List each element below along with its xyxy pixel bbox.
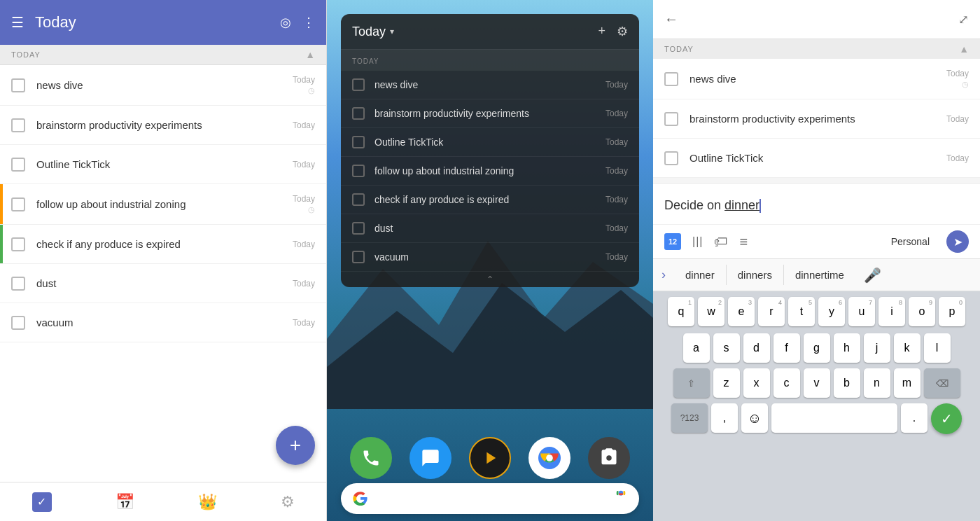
suggestion-dinners[interactable]: dinners	[727, 265, 784, 285]
task-checkbox[interactable]	[664, 151, 678, 165]
suggestion-dinnertime[interactable]: dinnertime	[784, 265, 855, 285]
focus-icon[interactable]: ◎	[280, 15, 291, 30]
key-g[interactable]: g	[804, 333, 830, 363]
back-icon[interactable]: ←	[664, 11, 678, 27]
send-button[interactable]: ➤	[946, 230, 969, 253]
widget-task-checkbox[interactable]	[352, 222, 365, 235]
task-checkbox[interactable]	[664, 72, 678, 86]
key-w[interactable]: 2w	[698, 297, 724, 326]
task-item[interactable]: Outline TickTick Today	[0, 145, 326, 184]
delete-key[interactable]: ⌫	[924, 368, 960, 398]
camera-dock-icon[interactable]	[588, 437, 630, 479]
widget-task-item[interactable]: brainstorm productivity experiments Toda…	[341, 99, 639, 128]
shift-key[interactable]: ⇧	[673, 368, 710, 398]
nav-calendar[interactable]: 📅	[110, 487, 140, 517]
priority-toolbar-icon[interactable]: |||	[692, 235, 703, 248]
key-f[interactable]: f	[774, 333, 800, 363]
key-c[interactable]: c	[774, 368, 800, 398]
task-item[interactable]: vacuum Today	[0, 303, 326, 342]
key-n[interactable]: n	[864, 368, 890, 398]
period-key[interactable]: .	[901, 403, 927, 433]
nav-stats[interactable]: 👑	[192, 487, 223, 517]
task-checkbox[interactable]	[11, 197, 25, 211]
suggestions-expand-icon[interactable]: ›	[653, 268, 674, 282]
widget-settings-icon[interactable]: ⚙	[617, 24, 628, 39]
key-t[interactable]: 5t	[788, 297, 815, 326]
task-checkbox[interactable]	[664, 112, 678, 126]
chevron-up-icon[interactable]: ▲	[959, 43, 969, 55]
done-key[interactable]: ✓	[931, 403, 962, 434]
num-switch-key[interactable]: ?123	[671, 403, 708, 433]
emoji-key[interactable]: ☺	[741, 403, 768, 433]
task-checkbox[interactable]	[11, 277, 25, 291]
key-s[interactable]: s	[713, 333, 740, 363]
plex-dock-icon[interactable]	[469, 437, 511, 479]
task-item[interactable]: Outline TickTick Today	[653, 139, 980, 178]
widget-add-icon[interactable]: +	[598, 24, 606, 39]
key-k[interactable]: k	[894, 333, 920, 363]
key-x[interactable]: x	[743, 368, 770, 398]
widget-task-checkbox[interactable]	[352, 165, 365, 177]
widget-task-checkbox[interactable]	[352, 193, 365, 206]
key-z[interactable]: z	[713, 368, 740, 398]
nav-tasks[interactable]: ✓	[27, 487, 57, 517]
task-checkbox[interactable]	[11, 237, 25, 251]
task-item[interactable]: news dive Today ◷	[0, 65, 326, 106]
key-l[interactable]: l	[924, 333, 951, 363]
widget-task-item[interactable]: Outline TickTick Today	[341, 128, 639, 157]
task-item[interactable]: brainstorm productivity experiments Toda…	[0, 106, 326, 145]
task-item[interactable]: check if any produce is expired Today	[0, 225, 326, 264]
task-item[interactable]: follow up about industrial zoning Today …	[0, 184, 326, 225]
widget-task-checkbox[interactable]	[352, 136, 365, 148]
key-e[interactable]: 3e	[728, 297, 755, 326]
microphone-icon[interactable]: 🎤	[855, 267, 890, 284]
comma-key[interactable]: ,	[711, 403, 738, 433]
key-a[interactable]: a	[683, 333, 710, 363]
list-toolbar-icon[interactable]: ≡	[739, 234, 748, 250]
task-checkbox[interactable]	[11, 118, 25, 132]
key-b[interactable]: b	[834, 368, 860, 398]
add-task-fab[interactable]: +	[276, 426, 315, 465]
widget-task-checkbox[interactable]	[352, 78, 365, 91]
key-p[interactable]: 0p	[939, 297, 965, 326]
key-v[interactable]: v	[804, 368, 830, 398]
widget-task-item[interactable]: news dive Today	[341, 71, 639, 99]
expand-icon[interactable]: ⤢	[958, 12, 969, 27]
widget-task-item[interactable]: vacuum Today	[341, 243, 639, 272]
google-search-bar[interactable]	[341, 483, 639, 514]
widget-task-checkbox[interactable]	[352, 251, 365, 263]
space-key[interactable]	[771, 403, 897, 433]
key-i[interactable]: 8i	[878, 297, 905, 326]
key-r[interactable]: 4r	[758, 297, 785, 326]
hamburger-icon[interactable]: ☰	[11, 14, 24, 31]
more-icon[interactable]: ⋮	[302, 15, 315, 30]
phone-dock-icon[interactable]	[350, 437, 392, 479]
key-o[interactable]: 9o	[909, 297, 935, 326]
chrome-dock-icon[interactable]	[528, 437, 570, 479]
key-h[interactable]: h	[834, 333, 860, 363]
widget-task-item[interactable]: follow up about industrial zoning Today	[341, 157, 639, 186]
task-checkbox[interactable]	[11, 158, 25, 172]
task-item[interactable]: brainstorm productivity experiments Toda…	[653, 99, 980, 139]
google-mic-icon[interactable]	[614, 490, 628, 507]
chevron-up-icon[interactable]: ▲	[305, 49, 315, 60]
nav-settings[interactable]: ⚙	[275, 487, 300, 517]
task-item[interactable]: dust Today	[0, 264, 326, 303]
key-q[interactable]: 1q	[668, 297, 694, 326]
messages-dock-icon[interactable]	[410, 437, 451, 479]
dropdown-icon[interactable]: ▾	[390, 27, 394, 36]
widget-task-item[interactable]: dust Today	[341, 214, 639, 243]
task-checkbox[interactable]	[11, 316, 25, 330]
tag-toolbar-icon[interactable]: 🏷	[714, 234, 728, 250]
task-checkbox[interactable]	[11, 78, 25, 92]
calendar-toolbar-icon[interactable]: 12	[664, 233, 681, 250]
key-y[interactable]: 6y	[818, 297, 845, 326]
key-j[interactable]: j	[864, 333, 890, 363]
key-d[interactable]: d	[743, 333, 770, 363]
suggestion-dinner[interactable]: dinner	[674, 265, 727, 285]
widget-task-item[interactable]: check if any produce is expired Today	[341, 186, 639, 214]
key-m[interactable]: m	[894, 368, 920, 398]
task-item[interactable]: news dive Today ◷	[653, 59, 980, 99]
task-input-area[interactable]: Decide on dinner	[653, 183, 980, 224]
widget-task-checkbox[interactable]	[352, 107, 365, 120]
